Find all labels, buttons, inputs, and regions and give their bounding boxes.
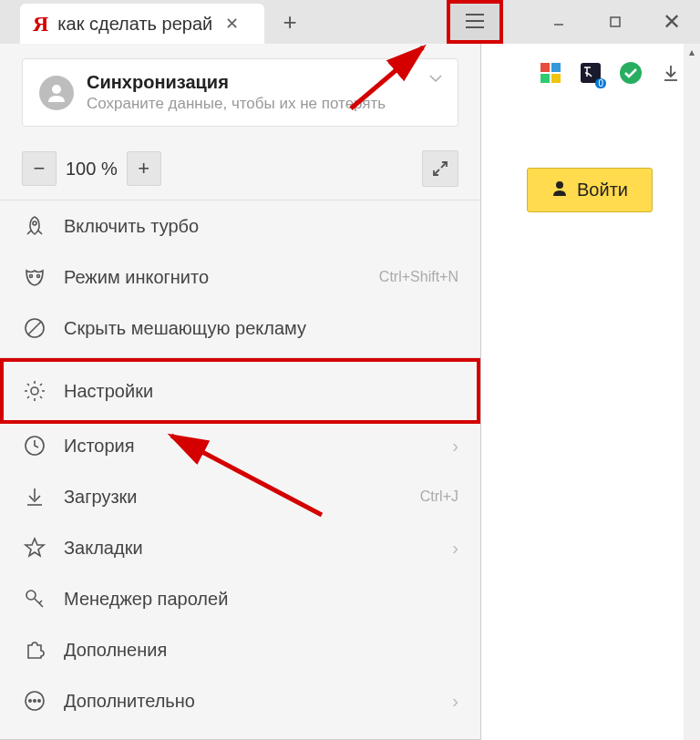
login-button[interactable]: Войти [527, 168, 653, 212]
title-bar: Я как сделать рерай ✕ + ✕ [0, 0, 700, 44]
tab-close-icon[interactable]: ✕ [225, 14, 239, 34]
menu-shortcut: Ctrl+J [420, 488, 458, 505]
chevron-down-icon [428, 70, 443, 87]
svg-point-10 [620, 62, 642, 84]
window-controls: ✕ [530, 0, 700, 44]
minimize-button[interactable] [530, 0, 587, 44]
svg-rect-5 [540, 63, 550, 72]
extension-translate-icon[interactable]: 0 [578, 60, 603, 86]
menu-item-turbo[interactable]: Включить турбо [0, 200, 480, 252]
menu-label: Загрузки [64, 487, 138, 508]
fullscreen-icon [431, 159, 449, 178]
menu-item-incognito[interactable]: Режим инкогнито Ctrl+Shift+N [0, 252, 480, 303]
clock-icon [22, 433, 47, 458]
window-close-button[interactable]: ✕ [643, 0, 700, 44]
login-label: Войти [577, 180, 628, 200]
svg-point-31 [29, 700, 31, 702]
menu-label: Скрыть мешающую рекламу [64, 318, 306, 339]
menu-item-more[interactable]: Дополнительно › [0, 675, 480, 726]
menu-item-hide-ads[interactable]: Скрыть мешающую рекламу [0, 303, 480, 354]
hamburger-icon [465, 9, 485, 35]
menu-label: Включить турбо [64, 216, 199, 237]
extension-toolbar: 0 [481, 44, 700, 86]
maximize-button[interactable] [587, 0, 643, 44]
sync-subtitle: Сохраните данные, чтобы их не потерять [87, 95, 441, 113]
menu-label: Настройки [64, 381, 153, 402]
svg-rect-7 [540, 74, 550, 83]
menu-label: Дополнения [64, 640, 167, 661]
menu-item-passwords[interactable]: Менеджер паролей [0, 573, 480, 624]
gear-icon [22, 378, 47, 404]
block-icon [22, 315, 47, 341]
download-icon [22, 484, 47, 509]
svg-rect-4 [611, 17, 620, 26]
extension-check-icon[interactable] [618, 60, 643, 86]
key-icon [22, 586, 47, 612]
avatar-icon [39, 76, 74, 110]
chevron-right-icon: › [452, 436, 458, 457]
svg-marker-26 [26, 539, 44, 556]
menu-label: Режим инкогнито [64, 267, 209, 288]
main-menu-panel: Синхронизация Сохраните данные, чтобы их… [0, 44, 481, 740]
mask-icon [22, 264, 47, 290]
zoom-level: 100 % [66, 159, 118, 180]
chevron-right-icon: › [452, 691, 458, 712]
menu-label: История [64, 436, 135, 457]
new-tab-button[interactable]: + [264, 0, 315, 44]
menu-item-settings[interactable]: Настройки [0, 358, 480, 424]
menu-item-addons[interactable]: Дополнения [0, 624, 480, 675]
menu-label: Закладки [64, 538, 143, 559]
person-icon [551, 180, 568, 200]
dots-icon [22, 688, 47, 714]
rocket-icon [22, 213, 47, 239]
svg-point-32 [34, 700, 36, 702]
menu-shortcut: Ctrl+Shift+N [379, 269, 458, 285]
puzzle-icon [22, 637, 47, 663]
chevron-right-icon: › [452, 538, 458, 559]
sync-card[interactable]: Синхронизация Сохраните данные, чтобы их… [22, 58, 458, 127]
svg-point-18 [30, 275, 33, 278]
zoom-in-button[interactable]: + [127, 151, 161, 186]
menu-label: Менеджер паролей [64, 589, 228, 610]
tab-title: как сделать рерай [57, 14, 212, 35]
extension-badge: 0 [595, 78, 606, 88]
extension-colorful-icon[interactable] [538, 60, 563, 86]
menu-label: Дополнительно [64, 691, 195, 712]
downloads-toolbar-icon[interactable] [658, 60, 684, 86]
scrollbar[interactable]: ▴ [684, 44, 700, 740]
zoom-out-button[interactable]: − [22, 151, 57, 186]
svg-point-13 [556, 181, 563, 189]
svg-point-17 [33, 221, 36, 225]
svg-line-21 [28, 322, 41, 334]
svg-rect-6 [551, 63, 561, 72]
svg-point-19 [37, 275, 40, 278]
sync-title: Синхронизация [87, 72, 441, 93]
zoom-controls: − 100 % + [0, 141, 480, 200]
svg-point-27 [26, 591, 36, 600]
svg-point-22 [31, 387, 38, 395]
plus-icon: + [283, 8, 296, 36]
scroll-up-icon[interactable]: ▴ [684, 44, 700, 60]
fullscreen-button[interactable] [422, 150, 458, 187]
svg-point-14 [52, 85, 61, 94]
menu-item-bookmarks[interactable]: Закладки › [0, 522, 480, 573]
menu-item-history[interactable]: История › [0, 420, 480, 471]
menu-item-downloads[interactable]: Загрузки Ctrl+J [0, 471, 480, 522]
page-content: 0 Войти ▴ [481, 44, 700, 740]
svg-line-29 [39, 601, 42, 603]
star-icon [22, 535, 47, 560]
yandex-logo-icon: Я [33, 12, 48, 36]
svg-point-33 [38, 700, 40, 702]
browser-tab[interactable]: Я как сделать рерай ✕ [20, 4, 264, 44]
main-menu-button[interactable] [447, 0, 503, 44]
svg-rect-8 [551, 74, 561, 83]
